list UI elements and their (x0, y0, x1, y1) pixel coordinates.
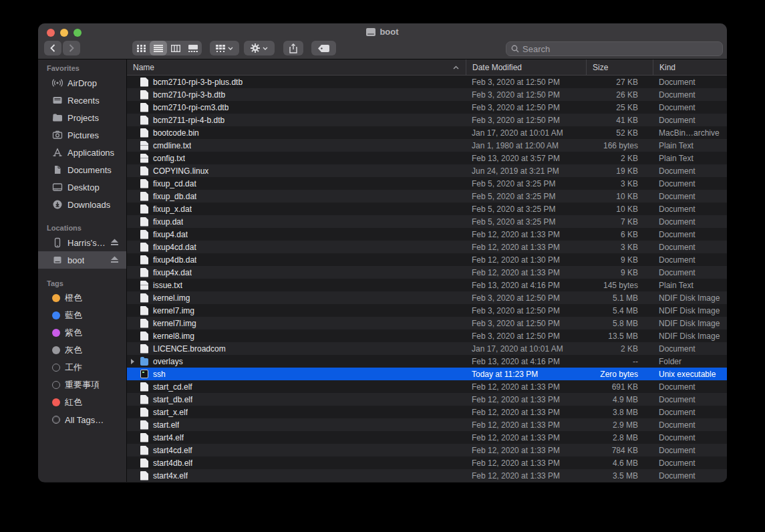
document-icon (140, 128, 148, 138)
file-row-COPYING.linux[interactable]: COPYING.linuxJun 24, 2019 at 3:21 PM19 K… (127, 164, 727, 177)
section-label-favorites: Favorites (38, 62, 126, 74)
file-date: Feb 12, 2020 at 1:33 PM (466, 395, 586, 404)
eject-icon[interactable] (110, 255, 126, 265)
sidebar-item-pictures[interactable]: Pictures (38, 126, 126, 144)
sidebar-item-label: Desktop (67, 182, 100, 192)
applications-icon (52, 147, 63, 158)
sidebar-item-desktop[interactable]: Desktop (38, 178, 126, 196)
file-row-fixup.dat[interactable]: fixup.datFeb 5, 2020 at 3:25 PM7 KBDocum… (127, 215, 727, 228)
file-row-bcm2710-rpi-3-b-plus.dtb[interactable]: bcm2710-rpi-3-b-plus.dtbFeb 3, 2020 at 1… (127, 76, 727, 88)
document-icon (140, 420, 148, 430)
eject-icon[interactable] (110, 238, 126, 248)
file-row-fixup4db.dat[interactable]: fixup4db.datFeb 12, 2020 at 1:30 PM9 KBD… (127, 253, 727, 266)
file-size: 3 KB (586, 243, 653, 252)
file-row-kernel7l.img[interactable]: kernel7l.imgFeb 3, 2020 at 12:50 PM5.8 M… (127, 317, 727, 329)
sidebar-item-工作[interactable]: 工作 (38, 359, 126, 376)
file-row-fixup_x.dat[interactable]: fixup_x.datFeb 5, 2020 at 3:25 PM10 KBDo… (127, 203, 727, 215)
file-date: Jan 1, 1980 at 12:00 AM (466, 141, 586, 150)
sidebar-item-藍色[interactable]: 藍色 (38, 307, 126, 324)
file-row-ssh[interactable]: sshToday at 11:23 PMZero bytesUnix execu… (127, 368, 727, 380)
file-row-fixup_db.dat[interactable]: fixup_db.datFeb 5, 2020 at 3:25 PM10 KBD… (127, 190, 727, 203)
disclosure-triangle-icon[interactable] (131, 359, 140, 364)
file-row-fixup4x.dat[interactable]: fixup4x.datFeb 12, 2020 at 1:33 PM9 KBDo… (127, 266, 727, 279)
file-row-start4x.elf[interactable]: start4x.elfFeb 12, 2020 at 1:33 PM3.5 MB… (127, 469, 727, 482)
file-row-start_x.elf[interactable]: start_x.elfFeb 12, 2020 at 1:33 PM3.8 MB… (127, 406, 727, 418)
file-row-cmdline.txt[interactable]: cmdline.txtJan 1, 1980 at 12:00 AM166 by… (127, 139, 727, 152)
sidebar-item-重要事項[interactable]: 重要事項 (38, 376, 126, 394)
file-row-start4.elf[interactable]: start4.elfFeb 12, 2020 at 1:33 PM2.8 MBD… (127, 431, 727, 444)
sidebar-item-applications[interactable]: Applications (38, 144, 126, 161)
sidebar-item-projects[interactable]: Projects (38, 109, 126, 126)
file-row-bcm2710-rpi-3-b.dtb[interactable]: bcm2710-rpi-3-b.dtbFeb 3, 2020 at 12:50 … (127, 88, 727, 101)
document-icon (140, 319, 148, 328)
document-icon (140, 103, 148, 112)
file-row-kernel7.img[interactable]: kernel7.imgFeb 3, 2020 at 12:50 PM5.4 MB… (127, 304, 727, 317)
file-row-bcm2710-rpi-cm3.dtb[interactable]: bcm2710-rpi-cm3.dtbFeb 3, 2020 at 12:50 … (127, 101, 727, 114)
file-row-start_cd.elf[interactable]: start_cd.elfFeb 12, 2020 at 1:33 PM691 K… (127, 380, 727, 393)
sidebar: FavoritesAirDropRecentsProjectsPicturesA… (38, 59, 127, 482)
forward-button[interactable] (63, 41, 80, 55)
file-row-config.txt[interactable]: config.txtFeb 13, 2020 at 3:57 PM2 KBPla… (127, 152, 727, 164)
document-icon (140, 255, 148, 265)
file-row-start.elf[interactable]: start.elfFeb 12, 2020 at 1:33 PM2.9 MBDo… (127, 418, 727, 431)
tags-button[interactable] (311, 41, 336, 55)
back-button[interactable] (44, 41, 61, 55)
column-view-button[interactable] (167, 41, 184, 55)
column-header-size[interactable]: Size (586, 59, 653, 75)
sidebar-item-灰色[interactable]: 灰色 (38, 342, 126, 359)
file-row-start_db.elf[interactable]: start_db.elfFeb 12, 2020 at 1:33 PM4.9 M… (127, 393, 727, 406)
column-header-kind[interactable]: Kind (653, 59, 727, 75)
search-input[interactable] (522, 44, 718, 54)
file-row-bcm2711-rpi-4-b.dtb[interactable]: bcm2711-rpi-4-b.dtbFeb 3, 2020 at 12:50 … (127, 114, 727, 126)
sidebar-item-label: All Tags… (65, 415, 104, 425)
sidebar-item-紅色[interactable]: 紅色 (38, 394, 126, 411)
sidebar-item-downloads[interactable]: Downloads (38, 196, 126, 213)
column-header-name[interactable]: Name (127, 59, 466, 75)
action-button[interactable] (244, 41, 275, 55)
file-row-start4db.elf[interactable]: start4db.elfFeb 12, 2020 at 1:33 PM4.6 M… (127, 456, 727, 469)
file-row-fixup_cd.dat[interactable]: fixup_cd.datFeb 5, 2020 at 3:25 PM3 KBDo… (127, 177, 727, 190)
gallery-view-button[interactable] (184, 41, 202, 55)
sort-ascending-icon (453, 65, 459, 70)
view-mode-segmented-control (132, 41, 202, 55)
file-row-overlays[interactable]: overlaysFeb 13, 2020 at 4:16 PM--Folder (127, 355, 727, 368)
sidebar-item-boot[interactable]: boot (38, 251, 126, 269)
share-button[interactable] (283, 41, 303, 55)
sidebar-item-airdrop[interactable]: AirDrop (38, 74, 126, 92)
chevron-right-icon (69, 44, 74, 52)
file-row-kernel.img[interactable]: kernel.imgFeb 3, 2020 at 12:50 PM5.1 MBN… (127, 291, 727, 304)
document-icon (140, 382, 148, 392)
file-size: 10 KB (586, 192, 653, 201)
search-field[interactable] (506, 41, 723, 56)
file-row-fixup4cd.dat[interactable]: fixup4cd.datFeb 12, 2020 at 1:33 PM3 KBD… (127, 241, 727, 253)
file-name: fixup4x.dat (153, 268, 192, 277)
sidebar-item-all-tags-[interactable]: All Tags… (38, 411, 126, 428)
file-row-fixup4.dat[interactable]: fixup4.datFeb 12, 2020 at 1:33 PM6 KBDoc… (127, 228, 727, 241)
group-by-button[interactable] (210, 41, 239, 55)
sidebar-item-documents[interactable]: Documents (38, 161, 126, 178)
column-header-date-modified[interactable]: Date Modified (466, 59, 586, 75)
sidebar-item-label: Harris's… (67, 238, 106, 248)
file-row-kernel8.img[interactable]: kernel8.imgFeb 3, 2020 at 12:50 PM13.5 M… (127, 329, 727, 342)
sidebar-item-橙色[interactable]: 橙色 (38, 289, 126, 307)
list-view-button[interactable] (150, 41, 167, 55)
file-size: 2.9 MB (586, 420, 653, 430)
sidebar-item-recents[interactable]: Recents (38, 92, 126, 109)
file-date: Feb 5, 2020 at 3:25 PM (466, 192, 586, 201)
sidebar-item-紫色[interactable]: 紫色 (38, 324, 126, 342)
icon-view-button[interactable] (132, 41, 150, 55)
file-row-start4cd.elf[interactable]: start4cd.elfFeb 12, 2020 at 1:33 PM784 K… (127, 444, 727, 456)
sidebar-item-harris-s-[interactable]: Harris's… (38, 234, 126, 251)
file-name: bcm2711-rpi-4-b.dtb (153, 116, 224, 125)
file-row-LICENCE.broadcom[interactable]: LICENCE.broadcomJan 17, 2020 at 10:01 AM… (127, 342, 727, 355)
iphone-icon (52, 237, 63, 248)
file-name: fixup4cd.dat (153, 243, 196, 252)
sidebar-item-label: boot (67, 255, 84, 265)
tag-color-dot (52, 311, 60, 319)
file-row-issue.txt[interactable]: issue.txtFeb 13, 2020 at 4:16 PM145 byte… (127, 279, 727, 291)
file-date: Feb 5, 2020 at 3:25 PM (466, 179, 586, 188)
file-date: Feb 12, 2020 at 1:33 PM (466, 230, 586, 239)
file-row-bootcode.bin[interactable]: bootcode.binJan 17, 2020 at 10:01 AM52 K… (127, 126, 727, 139)
file-size: 5.4 MB (586, 306, 653, 315)
pictures-icon (52, 130, 63, 140)
